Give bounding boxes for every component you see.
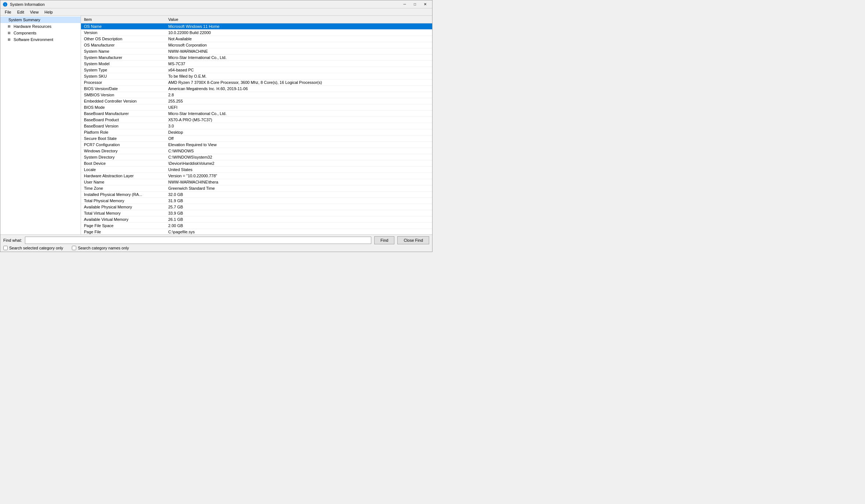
close-find-button[interactable]: Close Find xyxy=(397,236,429,244)
table-row[interactable]: Page File Space2.00 GB xyxy=(81,223,432,229)
table-row[interactable]: User NameNWW-WARMACHINE\thera xyxy=(81,179,432,185)
table-row[interactable]: Hardware Abstraction LayerVersion = "10.… xyxy=(81,173,432,179)
table-cell-value: UEFI xyxy=(165,104,432,111)
table-cell-item: System Name xyxy=(81,48,165,55)
table-row[interactable]: Available Physical Memory25.7 GB xyxy=(81,204,432,210)
table-row[interactable]: System ManufacturerMicro-Star Internatio… xyxy=(81,55,432,61)
table-cell-item: Version xyxy=(81,30,165,36)
table-row[interactable]: Boot Device\Device\HarddiskVolume2 xyxy=(81,160,432,167)
table-row[interactable]: System Typex64-based PC xyxy=(81,67,432,73)
table-cell-item: Platform Role xyxy=(81,129,165,136)
expand-icon-comp: ⊞ xyxy=(8,31,12,35)
table-row[interactable]: Available Virtual Memory26.1 GB xyxy=(81,216,432,223)
menu-view[interactable]: View xyxy=(27,9,42,15)
table-cell-value: Off xyxy=(165,136,432,142)
menu-file[interactable]: File xyxy=(2,9,14,15)
table-cell-item: System Manufacturer xyxy=(81,55,165,61)
checkbox-selected-category-input[interactable] xyxy=(3,246,8,250)
expand-icon-hw: ⊞ xyxy=(8,25,12,28)
table-cell-value: To be filled by O.E.M. xyxy=(165,73,432,79)
table-row[interactable]: System DirectoryC:\WINDOWS\system32 xyxy=(81,154,432,160)
table-cell-item: Time Zone xyxy=(81,185,165,192)
table-cell-item: OS Manufacturer xyxy=(81,42,165,48)
table-row[interactable]: Time ZoneGreenwich Standard Time xyxy=(81,185,432,192)
table-row[interactable]: BIOS Version/DateAmerican Megatrends Inc… xyxy=(81,86,432,92)
table-row[interactable]: OS ManufacturerMicrosoft Corporation xyxy=(81,42,432,48)
table-row[interactable]: Total Physical Memory31.9 GB xyxy=(81,198,432,204)
checkbox-selected-category[interactable]: Search selected category only xyxy=(3,246,63,250)
table-row[interactable]: BIOS ModeUEFI xyxy=(81,104,432,111)
table-cell-value: 2.8 xyxy=(165,92,432,98)
main-window: i System Information ─ □ ✕ File Edit Vie… xyxy=(0,0,432,252)
table-cell-item: User Name xyxy=(81,179,165,185)
table-cell-value: X570-A PRO (MS-7C37) xyxy=(165,117,432,123)
checkbox-category-names[interactable]: Search category names only xyxy=(72,246,129,250)
table-cell-item: Page File xyxy=(81,229,165,235)
table-row[interactable]: BaseBoard ProductX570-A PRO (MS-7C37) xyxy=(81,117,432,123)
menu-help[interactable]: Help xyxy=(41,9,56,15)
table-cell-item: System Directory xyxy=(81,154,165,160)
table-row[interactable]: SMBIOS Version2.8 xyxy=(81,92,432,98)
maximize-button[interactable]: □ xyxy=(410,1,420,8)
table-cell-value: AMD Ryzen 7 3700X 8-Core Processor, 3600… xyxy=(165,79,432,86)
table-cell-item: Boot Device xyxy=(81,160,165,167)
checkbox-category-names-input[interactable] xyxy=(72,246,76,250)
table-cell-item: BaseBoard Version xyxy=(81,123,165,129)
table-cell-value: C:\WINDOWS\system32 xyxy=(165,154,432,160)
table-cell-value: C:\WINDOWS xyxy=(165,148,432,154)
table-row[interactable]: Embedded Controller Version255.255 xyxy=(81,98,432,104)
sidebar-item-hardware-resources[interactable]: ⊞ Hardware Resources xyxy=(0,23,81,30)
table-cell-value: x64-based PC xyxy=(165,67,432,73)
table-cell-item: BIOS Mode xyxy=(81,104,165,111)
table-row[interactable]: ProcessorAMD Ryzen 7 3700X 8-Core Proces… xyxy=(81,79,432,86)
table-row[interactable]: BaseBoard ManufacturerMicro-Star Interna… xyxy=(81,111,432,117)
table-cell-value: Microsoft Corporation xyxy=(165,42,432,48)
sidebar-item-software-environment[interactable]: ⊞ Software Environment xyxy=(0,36,81,43)
table-cell-value: Micro-Star International Co., Ltd. xyxy=(165,55,432,61)
find-button[interactable]: Find xyxy=(374,236,394,244)
table-row[interactable]: LocaleUnited States xyxy=(81,167,432,173)
table-cell-value: \Device\HarddiskVolume2 xyxy=(165,160,432,167)
table-row[interactable]: Windows DirectoryC:\WINDOWS xyxy=(81,148,432,154)
table-row[interactable]: Other OS DescriptionNot Available xyxy=(81,36,432,42)
table-cell-item: Total Virtual Memory xyxy=(81,210,165,216)
table-row[interactable]: Total Virtual Memory33.9 GB xyxy=(81,210,432,216)
table-cell-item: Secure Boot State xyxy=(81,136,165,142)
table-row[interactable]: Installed Physical Memory (RA...32.0 GB xyxy=(81,192,432,198)
table-cell-value: 33.9 GB xyxy=(165,210,432,216)
table-cell-value: 255.255 xyxy=(165,98,432,104)
table-row[interactable]: System SKUTo be filled by O.E.M. xyxy=(81,73,432,79)
sidebar-label-components: Components xyxy=(14,31,36,35)
menu-edit[interactable]: Edit xyxy=(14,9,27,15)
content-pane: Item Value OS NameMicrosoft Windows 11 H… xyxy=(81,16,432,234)
table-cell-value: NWW-WARMACHINE xyxy=(165,48,432,55)
table-cell-item: PCR7 Configuration xyxy=(81,142,165,148)
table-cell-item: Total Physical Memory xyxy=(81,198,165,204)
find-input[interactable] xyxy=(25,237,371,244)
table-row[interactable]: Secure Boot StateOff xyxy=(81,136,432,142)
table-cell-value: C:\pagefile.sys xyxy=(165,229,432,235)
close-button[interactable]: ✕ xyxy=(420,1,430,8)
table-cell-value: 3.0 xyxy=(165,123,432,129)
table-row[interactable]: OS NameMicrosoft Windows 11 Home xyxy=(81,23,432,30)
table-row[interactable]: System NameNWW-WARMACHINE xyxy=(81,48,432,55)
table-row[interactable]: Platform RoleDesktop xyxy=(81,129,432,136)
title-bar-controls: ─ □ ✕ xyxy=(400,1,430,8)
table-row[interactable]: Version10.0.22000 Build 22000 xyxy=(81,30,432,36)
table-cell-value: Not Available xyxy=(165,36,432,42)
table-row[interactable]: PCR7 ConfigurationElevation Required to … xyxy=(81,142,432,148)
sidebar-item-system-summary[interactable]: System Summary xyxy=(0,16,81,23)
col-header-value: Value xyxy=(165,16,432,23)
sidebar-label-hardware-resources: Hardware Resources xyxy=(14,24,51,29)
table-cell-item: Windows Directory xyxy=(81,148,165,154)
sidebar-item-components[interactable]: ⊞ Components xyxy=(0,30,81,36)
minimize-button[interactable]: ─ xyxy=(400,1,409,8)
table-row[interactable]: Page FileC:\pagefile.sys xyxy=(81,229,432,235)
table-row[interactable]: BaseBoard Version3.0 xyxy=(81,123,432,129)
table-cell-item: Processor xyxy=(81,79,165,86)
table-cell-value: United States xyxy=(165,167,432,173)
find-label: Find what: xyxy=(3,238,22,242)
table-cell-item: Other OS Description xyxy=(81,36,165,42)
table-row[interactable]: System ModelMS-7C37 xyxy=(81,61,432,67)
table-cell-item: Installed Physical Memory (RA... xyxy=(81,192,165,198)
